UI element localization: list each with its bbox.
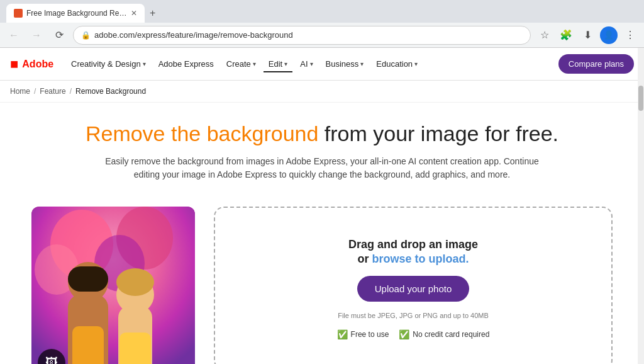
main-preview-image: 🖼 <box>31 207 195 364</box>
preview-svg <box>31 207 195 364</box>
new-tab-button[interactable]: + <box>145 8 160 19</box>
hero-subtitle: Easily remove the background from images… <box>102 155 542 181</box>
nav-education[interactable]: Education ▾ <box>371 55 423 72</box>
scrollbar-track[interactable] <box>638 48 644 364</box>
page-title: Remove the background from your image fo… <box>10 122 634 146</box>
breadcrumb-feature[interactable]: Feature <box>40 87 65 96</box>
nav-edit[interactable]: Edit ▾ <box>264 55 292 72</box>
nav-links: Creativity & Design ▾ Adobe Express Crea… <box>66 55 423 72</box>
nav-adobe-express[interactable]: Adobe Express <box>153 55 219 72</box>
check-icon-free: ✅ <box>337 329 348 339</box>
back-button[interactable]: ← <box>5 26 23 44</box>
upload-dropzone[interactable]: Drag and drop an image or browse to uplo… <box>214 207 613 364</box>
breadcrumb-home[interactable]: Home <box>10 87 30 96</box>
tab-title: Free Image Background Remo... <box>26 9 127 18</box>
drag-drop-title: Drag and drop an image or browse to uplo… <box>348 238 478 266</box>
nav-ai[interactable]: AI ▾ <box>295 55 318 72</box>
hero-title-plain: from your image for free. <box>318 122 558 145</box>
svg-point-11 <box>116 268 154 296</box>
tab-close-icon[interactable]: ✕ <box>131 9 137 18</box>
adobe-logo[interactable]: ■ Adobe <box>10 56 53 72</box>
extensions-button[interactable]: 🧩 <box>557 26 575 44</box>
breadcrumb-current: Remove Background <box>75 87 146 96</box>
nav-creativity-design[interactable]: Creativity & Design ▾ <box>66 55 151 72</box>
adobe-logo-text: Adobe <box>22 59 53 70</box>
feature-no-card-text: No credit card required <box>413 330 489 339</box>
bookmark-button[interactable]: ☆ <box>536 26 553 44</box>
upload-button[interactable]: Upload your photo <box>357 276 470 302</box>
profile-button[interactable]: 👤 <box>600 26 618 44</box>
breadcrumb-sep-2: / <box>70 87 72 96</box>
chevron-down-icon-edit: ▾ <box>284 60 287 67</box>
download-button[interactable]: ⬇ <box>579 26 596 44</box>
svg-rect-7 <box>72 326 104 364</box>
browse-link[interactable]: browse to upload. <box>372 253 469 265</box>
hero-title-colored: Remove the background <box>86 122 318 145</box>
upload-area: Drag and drop an image or browse to uplo… <box>214 207 613 364</box>
nav-create[interactable]: Create ▾ <box>221 55 261 72</box>
tab-favicon <box>14 9 23 18</box>
chevron-down-icon-business: ▾ <box>360 60 364 67</box>
browser-tab[interactable]: Free Image Background Remo... ✕ <box>6 4 145 23</box>
breadcrumb-sep-1: / <box>34 87 36 96</box>
nav-business[interactable]: Business ▾ <box>321 55 369 72</box>
chevron-down-icon-create: ▾ <box>253 60 256 67</box>
feature-free-text: Free to use <box>351 330 389 339</box>
refresh-button[interactable]: ⟳ <box>50 26 68 44</box>
check-icon-card: ✅ <box>399 329 409 339</box>
breadcrumb: Home / Feature / Remove Background <box>0 81 644 103</box>
upload-hint: File must be JPEG, JPG or PNG and up to … <box>338 312 489 319</box>
or-browse-text: or browse to upload. <box>348 253 478 266</box>
hero-section: Remove the background from your image fo… <box>0 103 644 194</box>
adobe-logo-icon: ■ <box>10 56 18 72</box>
feature-no-card: ✅ No credit card required <box>399 329 489 339</box>
image-preview-area: 🖼 <box>31 207 195 364</box>
main-content: 🖼 Drag and drop an image or browse t <box>0 194 644 364</box>
chevron-down-icon-ai: ▾ <box>310 60 313 67</box>
chevron-down-icon-education: ▾ <box>414 60 418 67</box>
menu-button[interactable]: ⋮ <box>621 26 639 44</box>
scrollbar-thumb[interactable] <box>638 86 643 111</box>
address-bar[interactable]: 🔒 adobe.com/express/feature/image/remove… <box>73 26 531 45</box>
svg-rect-10 <box>119 333 151 364</box>
forward-button[interactable]: → <box>28 26 45 44</box>
adobe-navigation: ■ Adobe Creativity & Design ▾ Adobe Expr… <box>0 48 644 81</box>
compare-plans-button[interactable]: Compare plans <box>558 54 634 74</box>
upload-features: ✅ Free to use ✅ No credit card required <box>337 329 490 339</box>
photo-icon: 🖼 <box>45 356 58 365</box>
drag-drop-text: Drag and drop an image <box>348 238 478 251</box>
lock-icon: 🔒 <box>81 31 91 40</box>
address-text: adobe.com/express/feature/image/remove-b… <box>94 30 523 40</box>
chevron-down-icon: ▾ <box>143 60 146 67</box>
svg-rect-12 <box>68 266 108 292</box>
feature-free: ✅ Free to use <box>337 329 389 339</box>
